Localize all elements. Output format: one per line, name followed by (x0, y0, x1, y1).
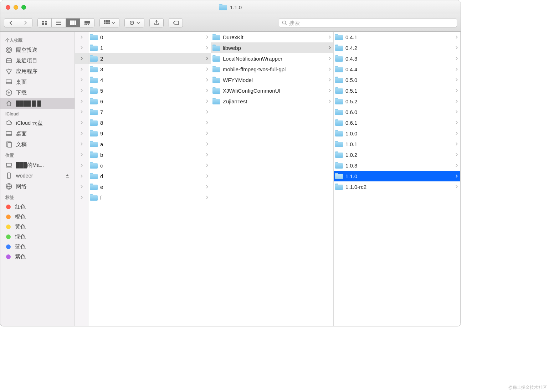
sidebar-item[interactable]: 桌面 (0, 77, 75, 87)
sidebar-item[interactable]: wodeer (0, 170, 75, 181)
folder-row[interactable]: 6 (88, 96, 211, 107)
tag-item[interactable]: 绿色 (0, 232, 75, 242)
folder-row[interactable]: 0.4.3 (334, 53, 460, 64)
column-nav-chevron[interactable] (75, 192, 88, 203)
maximize-button[interactable] (21, 5, 26, 10)
column-nav-chevron[interactable] (75, 96, 88, 107)
column-nav-chevron[interactable] (75, 74, 88, 85)
folder-row[interactable]: LocalNotificationWrapper (211, 53, 333, 64)
folder-row[interactable]: 0.6.1 (334, 117, 460, 128)
folder-row[interactable]: 7 (88, 107, 211, 117)
folder-row[interactable]: 3 (88, 64, 211, 74)
folder-row[interactable]: 4 (88, 74, 211, 85)
traffic-lights (6, 5, 26, 10)
search-field[interactable] (279, 18, 457, 27)
sidebar-item[interactable]: 隔空投送 (0, 45, 75, 55)
folder-row[interactable]: 1.1.0-rc2 (334, 181, 460, 192)
search-input[interactable] (289, 20, 454, 26)
folder-name: 0.4.2 (345, 45, 357, 51)
folder-name: b (100, 152, 103, 158)
folder-row[interactable]: e (88, 181, 211, 192)
sidebar-item[interactable]: 下载 (0, 87, 75, 98)
folder-row[interactable]: 5 (88, 85, 211, 96)
folder-row[interactable]: 0.5.1 (334, 85, 460, 96)
tag-item[interactable]: 紫色 (0, 252, 75, 262)
column-nav-chevron[interactable] (75, 139, 88, 149)
sidebar-item[interactable]: 最近项目 (0, 55, 75, 66)
arrange-button[interactable] (99, 18, 119, 27)
column-nav-chevron[interactable] (75, 53, 88, 64)
folder-row[interactable]: 2 (88, 53, 211, 64)
svg-rect-9 (75, 21, 76, 25)
column-nav-chevron[interactable] (75, 107, 88, 117)
search-icon (282, 20, 287, 25)
folder-row[interactable]: f (88, 192, 211, 203)
folder-row[interactable]: 0.4.1 (334, 32, 460, 42)
view-columns-button[interactable] (66, 18, 80, 27)
folder-row[interactable]: b (88, 149, 211, 160)
column-nav-chevron[interactable] (75, 42, 88, 53)
view-icons-button[interactable] (37, 18, 52, 27)
folder-row[interactable]: 0.4.2 (334, 42, 460, 53)
folder-row[interactable]: 1.0.0 (334, 128, 460, 139)
column-nav-chevron[interactable] (75, 32, 88, 42)
action-button[interactable] (124, 18, 144, 27)
sidebar: 个人收藏 隔空投送最近项目应用程序桌面下载████ █ █ iCloud iCl… (0, 32, 75, 326)
folder-row[interactable]: WFYYModel (211, 74, 333, 85)
close-button[interactable] (6, 5, 10, 10)
folder-row[interactable]: 1.0.3 (334, 160, 460, 171)
column-nav-chevron[interactable] (75, 64, 88, 74)
folder-row[interactable]: a (88, 139, 211, 149)
folder-row[interactable]: 9 (88, 128, 211, 139)
folder-row[interactable]: 0 (88, 32, 211, 42)
tag-item[interactable]: 橙色 (0, 212, 75, 222)
folder-row[interactable]: 0.6.0 (334, 107, 460, 117)
sidebar-item[interactable]: ████ █ █ (0, 98, 75, 109)
column-nav-chevron[interactable] (75, 128, 88, 139)
folder-row[interactable]: d (88, 171, 211, 181)
column-nav-chevron[interactable] (75, 117, 88, 128)
view-gallery-button[interactable] (80, 18, 94, 27)
sidebar-item[interactable]: 文稿 (0, 139, 75, 150)
column-nav-chevron[interactable] (75, 85, 88, 96)
sidebar-item[interactable]: 应用程序 (0, 66, 75, 77)
folder-row[interactable]: ZujianTest (211, 96, 333, 107)
folder-row[interactable]: 1 (88, 42, 211, 53)
folder-icon (335, 98, 343, 104)
back-button[interactable] (4, 18, 18, 27)
tag-item[interactable]: 红色 (0, 202, 75, 212)
folder-row[interactable]: 0.5.0 (334, 74, 460, 85)
minimize-button[interactable] (14, 5, 18, 10)
folder-row[interactable]: 1.0.1 (334, 139, 460, 149)
tag-label: 橙色 (15, 213, 26, 220)
folder-row[interactable]: 0.4.4 (334, 64, 460, 74)
folder-row[interactable]: mobile-ffmpeg-tvos-full-gpl (211, 64, 333, 74)
column-nav-chevron[interactable] (75, 171, 88, 181)
tag-item[interactable]: 黄色 (0, 222, 75, 232)
sidebar-item[interactable]: ███的Ma... (0, 160, 75, 170)
tag-icon (172, 20, 179, 25)
column-nav-chevron[interactable] (75, 181, 88, 192)
view-list-button[interactable] (52, 18, 66, 27)
sidebar-item[interactable]: 桌面 (0, 128, 75, 139)
tag-button[interactable] (169, 18, 183, 27)
forward-button[interactable] (18, 18, 32, 27)
folder-row[interactable]: c (88, 160, 211, 171)
svg-rect-29 (6, 80, 12, 84)
column-nav-chevron[interactable] (75, 160, 88, 171)
folder-row[interactable]: 1.0.2 (334, 149, 460, 160)
folder-name: LocalNotificationWrapper (223, 56, 282, 62)
sidebar-item[interactable]: 网络 (0, 181, 75, 192)
folder-row[interactable]: DurexKit (211, 32, 333, 42)
folder-row[interactable]: libwebp (211, 42, 333, 53)
folder-row[interactable]: 8 (88, 117, 211, 128)
folder-row[interactable]: 1.1.0 (334, 171, 460, 181)
folder-row[interactable]: XJWifiConfigCommonUI (211, 85, 333, 96)
column-nav-chevron[interactable] (75, 149, 88, 160)
tag-item[interactable]: 蓝色 (0, 242, 75, 252)
share-button[interactable] (149, 18, 164, 27)
sidebar-item[interactable]: iCloud 云盘 (0, 118, 75, 128)
eject-icon[interactable] (65, 174, 70, 178)
folder-row[interactable]: 0.5.2 (334, 96, 460, 107)
chevron-right-icon (206, 67, 209, 71)
